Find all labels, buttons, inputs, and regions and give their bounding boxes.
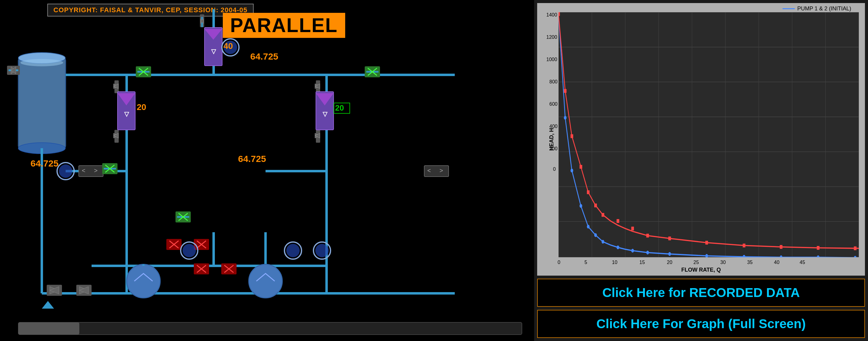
svg-rect-108: [18, 322, 522, 335]
svg-line-75: [105, 165, 115, 172]
svg-point-93: [127, 264, 160, 298]
svg-text:>: >: [439, 167, 443, 174]
svg-rect-73: [102, 163, 118, 174]
svg-point-150: [854, 256, 857, 257]
svg-line-85: [197, 241, 206, 248]
svg-marker-41: [200, 19, 204, 24]
svg-rect-0: [18, 58, 66, 148]
chart-area: HEAD, H FLOW RATE, Q PUMP 1 & 2 (INITIAL…: [537, 3, 865, 276]
svg-marker-46: [114, 133, 118, 138]
recorded-data-label: Click Here for RECORDED DATA: [602, 285, 800, 300]
svg-marker-25: [42, 301, 54, 309]
svg-rect-154: [580, 165, 582, 169]
legend-item-1: PUMP 1 & 2 (INITIAL): [782, 5, 856, 12]
svg-point-100: [313, 242, 331, 259]
svg-rect-160: [646, 234, 649, 237]
svg-rect-105: [76, 285, 92, 296]
y-tick-0: 0: [553, 167, 556, 172]
svg-rect-161: [669, 236, 671, 240]
svg-point-144: [646, 251, 649, 254]
svg-line-36: [368, 68, 377, 76]
svg-marker-29: [11, 66, 16, 74]
x-tick-0: 0: [558, 260, 560, 265]
x-tick-10: 10: [612, 260, 617, 265]
svg-marker-28: [11, 66, 16, 74]
svg-marker-49: [315, 84, 320, 89]
parallel-label: PARALLEL: [223, 13, 345, 38]
svg-marker-55: [118, 93, 135, 106]
svg-rect-60: [316, 92, 334, 130]
svg-rect-157: [601, 213, 604, 217]
svg-rect-109: [18, 322, 79, 335]
svg-line-91: [224, 265, 234, 273]
svg-rect-77: [176, 211, 191, 223]
recorded-data-button[interactable]: Click Here for RECORDED DATA: [537, 279, 865, 307]
svg-point-142: [617, 245, 619, 249]
graph-fullscreen-button[interactable]: Click Here For Graph (Full Screen): [537, 310, 865, 338]
svg-point-145: [669, 252, 671, 256]
svg-rect-166: [854, 247, 857, 250]
svg-line-80: [179, 213, 188, 221]
svg-text:▽: ▽: [322, 111, 328, 117]
svg-text:64.725: 64.725: [238, 154, 266, 164]
svg-rect-67: [79, 166, 103, 177]
svg-text:64.725: 64.725: [250, 51, 278, 61]
svg-point-139: [587, 225, 590, 229]
svg-line-89: [197, 265, 206, 273]
svg-rect-54: [118, 92, 135, 130]
svg-line-86: [197, 241, 206, 248]
svg-text:▽: ▽: [211, 48, 216, 55]
legend-line-blue: [782, 8, 795, 9]
svg-rect-115: [334, 103, 350, 113]
svg-text:20: 20: [335, 103, 344, 112]
svg-point-141: [601, 240, 604, 244]
svg-marker-40: [200, 19, 204, 24]
svg-text:20: 20: [137, 102, 146, 112]
y-tick-800: 800: [549, 79, 558, 85]
chart-svg: [559, 12, 859, 257]
svg-rect-165: [817, 246, 819, 250]
svg-point-99: [286, 244, 300, 257]
svg-point-96: [181, 242, 198, 259]
svg-line-32: [139, 68, 148, 76]
svg-point-136: [564, 116, 566, 119]
graph-fullscreen-label: Click Here For Graph (Full Screen): [596, 317, 806, 331]
chart-x-axis-label: FLOW RATE, Q: [681, 267, 721, 273]
svg-marker-47: [114, 133, 118, 138]
svg-marker-103: [50, 287, 59, 294]
svg-marker-52: [315, 133, 320, 138]
svg-line-76: [105, 165, 115, 172]
svg-marker-43: [114, 84, 118, 89]
svg-marker-44: [114, 84, 118, 89]
x-tick-45: 45: [800, 260, 805, 265]
svg-text:▽: ▽: [124, 111, 129, 117]
svg-point-66: [59, 164, 72, 178]
right-panel: HEAD, H FLOW RATE, Q PUMP 1 & 2 (INITIAL…: [534, 0, 868, 341]
svg-rect-81: [166, 239, 182, 250]
svg-rect-30: [136, 66, 151, 77]
svg-rect-162: [705, 241, 708, 245]
chart-canvas: [559, 12, 859, 257]
y-tick-1000: 1000: [546, 57, 557, 62]
svg-marker-50: [315, 84, 320, 89]
x-tick-5: 5: [585, 260, 587, 265]
parallel-title-text: PARALLEL: [230, 15, 338, 36]
svg-text:>: >: [94, 167, 98, 174]
svg-point-65: [57, 163, 74, 180]
svg-marker-58: [205, 29, 222, 40]
svg-text:40: 40: [223, 41, 233, 51]
svg-marker-106: [79, 287, 89, 294]
x-tick-25: 25: [693, 260, 699, 265]
svg-point-95: [249, 264, 282, 298]
svg-rect-152: [564, 89, 566, 92]
x-tick-35: 35: [747, 260, 753, 265]
svg-rect-34: [365, 66, 380, 77]
svg-rect-84: [194, 239, 209, 250]
x-tick-40: 40: [774, 260, 779, 265]
svg-point-140: [594, 233, 597, 237]
x-tick-30: 30: [720, 260, 726, 265]
svg-rect-51: [316, 130, 320, 143]
svg-text:64.725: 64.725: [31, 158, 59, 168]
svg-rect-164: [780, 245, 782, 249]
svg-rect-155: [587, 190, 590, 194]
